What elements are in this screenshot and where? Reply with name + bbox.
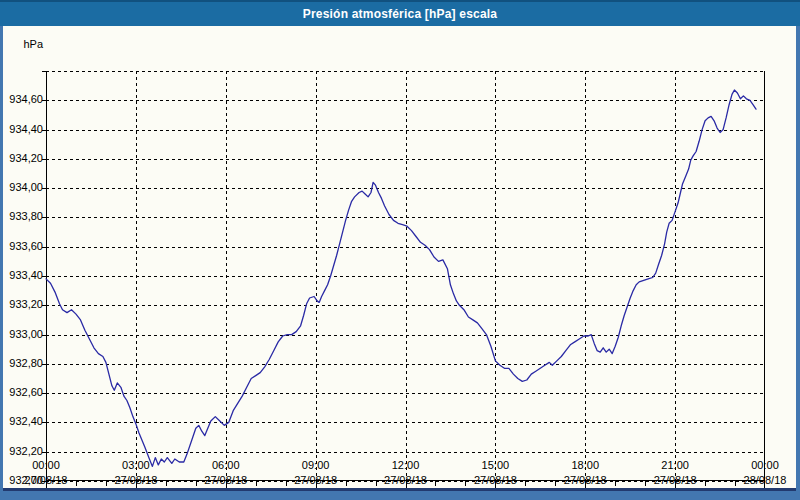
y-axis-tick-label: 932,20: [3, 445, 43, 458]
y-axis-tick-label: 932,40: [3, 415, 43, 428]
y-axis-tick-label: 933,40: [3, 269, 43, 282]
y-axis-tick-label: 934,20: [3, 152, 43, 165]
x-axis-time-label: 00:00: [11, 458, 81, 472]
window-title: Presión atmosférica [hPa] escala: [303, 7, 498, 21]
x-axis-time-label: 06:00: [191, 458, 261, 472]
y-axis-unit-label: hPa: [3, 38, 43, 51]
plot-area: [46, 71, 765, 489]
x-axis-date-label: 27/08/18: [640, 473, 710, 487]
y-axis-tick-label: 934,00: [3, 181, 43, 194]
application-window: { "window": { "title": "Presión atmosfér…: [0, 0, 800, 500]
x-axis-date-label: 27/08/18: [191, 473, 261, 487]
y-axis-tick-label: 933,60: [3, 240, 43, 253]
x-axis-date-label: 27/08/18: [550, 473, 620, 487]
x-axis-date-label: 27/08/18: [371, 473, 441, 487]
y-axis-tick-label: 934,60: [3, 93, 43, 106]
y-axis-tick-label: 933,00: [3, 328, 43, 341]
pressure-line-series: [46, 90, 756, 466]
y-axis-tick-label: 933,80: [3, 210, 43, 223]
chart-panel: hPa 934,60934,40934,20934,00933,80933,60…: [3, 26, 796, 491]
x-axis-time-label: 09:00: [281, 458, 351, 472]
x-axis-date-label: 27/08/18: [11, 473, 81, 487]
x-axis-date-label: 27/08/18: [281, 473, 351, 487]
y-axis-tick-label: 934,40: [3, 123, 43, 136]
y-axis-tick-label: 933,20: [3, 298, 43, 311]
x-axis-date-label: 28/08/18: [730, 473, 800, 487]
x-axis-time-label: 03:00: [101, 458, 171, 472]
y-axis-tick-label: 932,60: [3, 386, 43, 399]
x-axis-time-label: 18:00: [550, 458, 620, 472]
x-axis-time-label: 21:00: [640, 458, 710, 472]
x-axis-time-label: 15:00: [460, 458, 530, 472]
x-axis-date-label: 27/08/18: [460, 473, 530, 487]
x-axis-date-label: 27/08/18: [101, 473, 171, 487]
x-axis-time-label: 12:00: [371, 458, 441, 472]
x-axis-time-label: 00:00: [730, 458, 800, 472]
y-axis-tick-label: 932,80: [3, 357, 43, 370]
window-titlebar: Presión atmosférica [hPa] escala: [0, 0, 800, 26]
